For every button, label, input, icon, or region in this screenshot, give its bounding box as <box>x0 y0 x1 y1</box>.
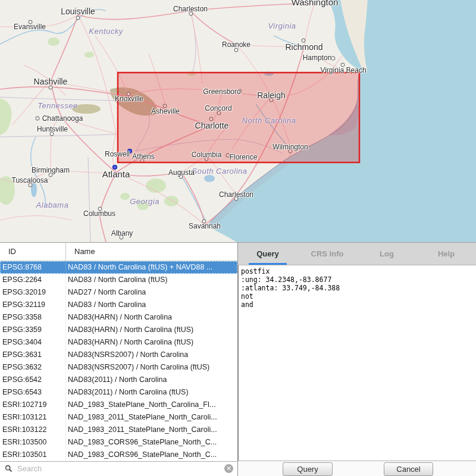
query-editor[interactable]: postfix:ung: 34.2348,-83.8677:atlanta: 3… <box>238 265 476 461</box>
column-divider <box>65 324 66 336</box>
tab-query[interactable]: Query <box>238 243 298 265</box>
column-divider <box>65 399 66 411</box>
table-row[interactable]: EPSG:3404NAD83(HARN) / North Carolina (f… <box>0 336 237 349</box>
query-button[interactable]: Query <box>283 462 333 476</box>
tab-crs-info[interactable]: CRS Info <box>298 243 357 265</box>
cell-crs-id: EPSG:8768 <box>2 261 65 274</box>
column-divider <box>65 424 66 436</box>
city-marker <box>234 48 238 52</box>
query-text-line: postfix <box>239 267 476 275</box>
clear-search-icon[interactable]: ✕ <box>224 464 233 473</box>
query-point-ung <box>128 149 131 153</box>
table-row[interactable]: ESRI:102719NAD_1983_StatePlane_North_Car… <box>0 399 237 411</box>
search-icon <box>5 465 12 472</box>
crs-results-pane: ID Name EPSG:8768NAD83 / North Carolina … <box>0 243 238 476</box>
cell-crs-id: EPSG:6542 <box>2 374 65 386</box>
column-header-id[interactable]: ID <box>0 243 66 261</box>
cell-crs-name: NAD_1983_CORS96_StatePlane_North_C... <box>68 436 236 449</box>
table-row[interactable]: EPSG:32119NAD83 / North Carolina <box>0 299 237 311</box>
cell-crs-id: EPSG:3632 <box>2 361 65 374</box>
cell-crs-id: EPSG:6543 <box>2 386 65 399</box>
city-marker <box>36 117 39 120</box>
city-marker <box>29 20 32 24</box>
city-marker <box>234 197 238 201</box>
column-divider <box>65 286 66 299</box>
table-row[interactable]: EPSG:3632NAD83(NSRS2007) / North Carolin… <box>0 361 237 374</box>
city-marker <box>29 183 32 187</box>
cell-crs-name: NAD_1983_StatePlane_North_Carolina_FI... <box>68 399 236 411</box>
search-input[interactable] <box>16 464 224 474</box>
column-header-name[interactable]: Name <box>66 243 237 261</box>
cell-crs-name: NAD_1983_CORS96_StatePlane_North_C... <box>68 449 236 461</box>
cell-crs-id: EPSG:3358 <box>2 311 65 324</box>
column-divider <box>65 374 66 386</box>
action-bar: Query Cancel <box>238 461 476 476</box>
cell-crs-name: NAD83(HARN) / North Carolina (ftUS) <box>68 336 236 349</box>
cell-crs-id: EPSG:2264 <box>2 274 65 286</box>
cell-crs-name: NAD83(NSRS2007) / North Carolina <box>68 349 236 361</box>
map-overlay-layer <box>0 0 476 242</box>
cell-crs-name: NAD83 / North Carolina (ftUS) <box>68 274 236 286</box>
column-divider <box>65 311 66 324</box>
table-row[interactable]: ESRI:103122NAD_1983_2011_StatePlane_Nort… <box>0 424 237 436</box>
column-divider <box>65 411 66 424</box>
active-tab-indicator <box>249 263 287 265</box>
table-row[interactable]: ESRI:103121NAD_1983_2011_StatePlane_Nort… <box>0 411 237 424</box>
table-header: ID Name <box>0 243 237 261</box>
cell-crs-id: EPSG:32119 <box>2 299 65 311</box>
cell-crs-id: EPSG:3359 <box>2 324 65 336</box>
query-text-line: not <box>239 292 476 300</box>
cancel-button[interactable]: Cancel <box>384 462 433 476</box>
crs-results-list: EPSG:8768NAD83 / North Carolina (ftUS) +… <box>0 261 237 461</box>
city-marker <box>120 236 123 239</box>
table-row[interactable]: EPSG:8768NAD83 / North Carolina (ftUS) +… <box>0 261 237 274</box>
cell-crs-id: EPSG:3631 <box>2 349 65 361</box>
cell-crs-name: NAD83(2011) / North Carolina <box>68 374 236 386</box>
city-marker <box>331 57 335 60</box>
table-row[interactable]: ESRI:103500NAD_1983_CORS96_StatePlane_No… <box>0 436 237 449</box>
table-row[interactable]: EPSG:32019NAD27 / North Carolina <box>0 286 237 299</box>
query-text-line: :ung: 34.2348,-83.8677 <box>239 275 476 284</box>
table-row[interactable]: EPSG:2264NAD83 / North Carolina (ftUS) <box>0 274 237 286</box>
city-marker <box>302 39 305 42</box>
column-divider <box>65 336 66 349</box>
city-marker <box>98 207 102 211</box>
cell-crs-name: NAD83(HARN) / North Carolina <box>68 311 236 324</box>
query-pane: QueryCRS InfoLogHelp postfix:ung: 34.234… <box>238 243 476 476</box>
city-marker <box>179 175 183 178</box>
query-text-line: :atlanta: 33.749,-84.388 <box>239 284 476 292</box>
table-row[interactable]: EPSG:3359NAD83(HARN) / North Carolina (f… <box>0 324 237 336</box>
cell-crs-name: NAD83 / North Carolina (ftUS) + NAVD88 .… <box>68 261 236 274</box>
city-marker <box>202 220 206 223</box>
cell-crs-id: ESRI:102719 <box>2 399 65 411</box>
cell-crs-id: ESRI:103121 <box>2 411 65 424</box>
bottom-panel: ID Name EPSG:8768NAD83 / North Carolina … <box>0 242 476 476</box>
map-view[interactable]: KentuckyVirginiaTennesseeNorth CarolinaS… <box>0 0 476 242</box>
cell-crs-id: ESRI:103122 <box>2 424 65 436</box>
column-divider <box>65 299 66 311</box>
city-marker <box>76 16 80 20</box>
tab-help[interactable]: Help <box>416 243 476 265</box>
city-marker <box>49 86 52 89</box>
crs-picker-window: KentuckyVirginiaTennesseeNorth CarolinaS… <box>0 0 476 476</box>
column-divider <box>65 361 66 374</box>
table-row[interactable]: EPSG:3631NAD83(NSRS2007) / North Carolin… <box>0 349 237 361</box>
cell-crs-name: NAD_1983_2011_StatePlane_North_Caroli... <box>68 424 236 436</box>
column-divider <box>65 261 66 274</box>
table-row[interactable]: EPSG:6543NAD83(2011) / North Carolina (f… <box>0 386 237 399</box>
city-marker <box>50 132 54 136</box>
tab-bar: QueryCRS InfoLogHelp <box>238 243 476 265</box>
tab-log[interactable]: Log <box>357 243 416 265</box>
column-divider <box>65 436 66 449</box>
column-divider <box>65 449 66 461</box>
query-text-line: and <box>239 300 476 309</box>
table-row[interactable]: EPSG:3358NAD83(HARN) / North Carolina <box>0 311 237 324</box>
city-marker <box>341 63 345 67</box>
cell-crs-name: NAD83(NSRS2007) / North Carolina (ftUS) <box>68 361 236 374</box>
table-row[interactable]: EPSG:6542NAD83(2011) / North Carolina <box>0 374 237 386</box>
cell-crs-name: NAD27 / North Carolina <box>68 286 236 299</box>
cell-crs-id: EPSG:32019 <box>2 286 65 299</box>
city-marker <box>49 173 52 177</box>
table-row[interactable]: ESRI:103501NAD_1983_CORS96_StatePlane_No… <box>0 449 237 461</box>
cell-crs-id: ESRI:103501 <box>2 449 65 461</box>
